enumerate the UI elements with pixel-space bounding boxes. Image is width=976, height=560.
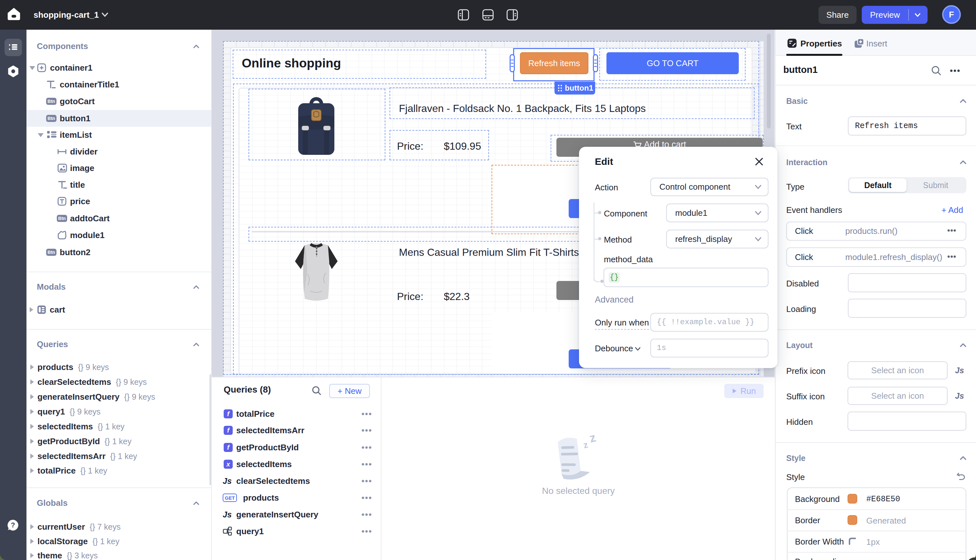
- svg-text:?: ?: [11, 521, 15, 529]
- svg-text:z: z: [582, 439, 589, 450]
- svg-text:z: z: [588, 432, 597, 445]
